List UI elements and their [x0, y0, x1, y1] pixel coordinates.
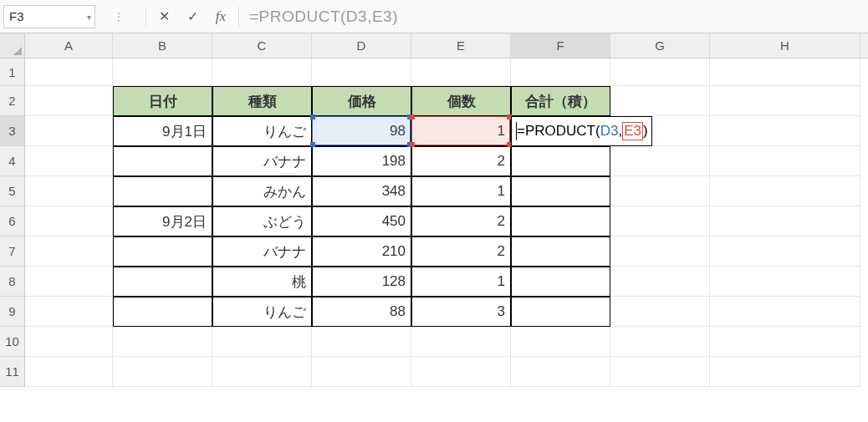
name-box[interactable]: F3 ▾	[3, 5, 95, 28]
cell-F11[interactable]	[511, 357, 610, 387]
cell-D5[interactable]: 348	[312, 176, 411, 206]
cell-F7[interactable]	[511, 236, 610, 267]
cell-D11[interactable]	[312, 357, 411, 387]
cell-G10[interactable]	[610, 327, 710, 357]
cell-B4[interactable]	[113, 146, 212, 176]
enter-button[interactable]: ✓	[178, 5, 207, 28]
cell-D9[interactable]: 88	[312, 297, 411, 327]
cell-H6[interactable]	[710, 206, 860, 236]
cell-H2[interactable]	[710, 86, 860, 116]
row-header-11[interactable]: 11	[0, 357, 24, 387]
cell-H7[interactable]	[710, 236, 860, 267]
cell-H8[interactable]	[710, 267, 860, 297]
cell-D4[interactable]: 198	[312, 146, 411, 176]
row-header-8[interactable]: 8	[0, 267, 24, 297]
cell-E2[interactable]: 個数	[411, 86, 511, 116]
row-header-6[interactable]: 6	[0, 206, 24, 236]
row-header-4[interactable]: 4	[0, 146, 24, 176]
cell-E11[interactable]	[411, 357, 511, 387]
cell-C3[interactable]: りんご	[212, 116, 312, 146]
cell-A11[interactable]	[25, 357, 113, 387]
cancel-button[interactable]: ✕	[150, 5, 178, 28]
cell-A8[interactable]	[25, 267, 113, 297]
cell-B6[interactable]: 9月2日	[113, 206, 212, 236]
name-box-dropdown-icon[interactable]: ▾	[87, 12, 91, 21]
cell-C10[interactable]	[212, 327, 312, 357]
cell-H1[interactable]	[710, 58, 860, 86]
formula-input[interactable]: =PRODUCT(D3,E3)	[243, 5, 865, 28]
row-header-9[interactable]: 9	[0, 297, 24, 327]
cell-C5[interactable]: みかん	[212, 176, 312, 206]
cell-D8[interactable]: 128	[312, 267, 411, 297]
insert-function-button[interactable]: fx	[207, 5, 235, 28]
cell-C7[interactable]: バナナ	[212, 236, 312, 267]
cell-G9[interactable]	[610, 297, 710, 327]
cell-G4[interactable]	[610, 146, 710, 176]
cell-D7[interactable]: 210	[312, 236, 411, 267]
cell-G5[interactable]	[610, 176, 710, 206]
row-header-2[interactable]: 2	[0, 86, 24, 116]
cell-B2[interactable]: 日付	[113, 86, 212, 116]
cell-D6[interactable]: 450	[312, 206, 411, 236]
cell-B10[interactable]	[113, 327, 212, 357]
column-header-H[interactable]: H	[710, 33, 860, 58]
cell-D2[interactable]: 価格	[312, 86, 411, 116]
cell-A6[interactable]	[25, 206, 113, 236]
cell-A7[interactable]	[25, 236, 113, 267]
cell-H10[interactable]	[710, 327, 860, 357]
cell-E6[interactable]: 2	[411, 206, 511, 236]
cell-B7[interactable]	[113, 236, 212, 267]
cell-A4[interactable]	[25, 146, 113, 176]
cell-E5[interactable]: 1	[411, 176, 511, 206]
row-header-10[interactable]: 10	[0, 327, 24, 357]
cell-A1[interactable]	[25, 58, 113, 86]
cell-B5[interactable]	[113, 176, 212, 206]
cell-H5[interactable]	[710, 176, 860, 206]
cell-G11[interactable]	[610, 357, 710, 387]
cell-F5[interactable]	[511, 176, 610, 206]
name-box-more-icon[interactable]: ⋮	[95, 11, 142, 23]
cell-H4[interactable]	[710, 146, 860, 176]
cell-H3[interactable]	[710, 116, 860, 146]
cell-E9[interactable]: 3	[411, 297, 511, 327]
cell-A10[interactable]	[25, 327, 113, 357]
cell-F1[interactable]	[511, 58, 610, 86]
cell-G1[interactable]	[610, 58, 710, 86]
cell-F4[interactable]	[511, 146, 610, 176]
cell-H11[interactable]	[710, 357, 860, 387]
cell-E8[interactable]: 1	[411, 267, 511, 297]
cell-B1[interactable]	[113, 58, 212, 86]
row-header-1[interactable]: 1	[0, 58, 24, 86]
column-header-B[interactable]: B	[113, 33, 212, 58]
cell-C6[interactable]: ぶどう	[212, 206, 312, 236]
select-all-corner[interactable]	[0, 33, 25, 58]
cell-H9[interactable]	[710, 297, 860, 327]
row-header-7[interactable]: 7	[0, 236, 24, 267]
row-header-5[interactable]: 5	[0, 176, 24, 206]
cell-G2[interactable]	[610, 86, 710, 116]
column-header-F[interactable]: F	[511, 33, 610, 58]
cell-A5[interactable]	[25, 176, 113, 206]
cell-B9[interactable]	[113, 297, 212, 327]
cell-C9[interactable]: りんご	[212, 297, 312, 327]
cell-A2[interactable]	[25, 86, 113, 116]
cell-B11[interactable]	[113, 357, 212, 387]
cell-C2[interactable]: 種類	[212, 86, 312, 116]
cell-G6[interactable]	[610, 206, 710, 236]
column-header-D[interactable]: D	[312, 33, 411, 58]
cell-F8[interactable]	[511, 267, 610, 297]
cell-A9[interactable]	[25, 297, 113, 327]
cell-B8[interactable]	[113, 267, 212, 297]
cell-C11[interactable]	[212, 357, 312, 387]
cell-F2[interactable]: 合計（積）	[511, 86, 610, 116]
cell-F9[interactable]	[511, 297, 610, 327]
cell-E3[interactable]: 1	[411, 116, 511, 146]
cell-E4[interactable]: 2	[411, 146, 511, 176]
cells-area[interactable]: 日付種類価格個数合計（積）9月1日りんご981バナナ1982みかん34819月2…	[25, 58, 868, 422]
column-header-A[interactable]: A	[25, 33, 113, 58]
cell-G7[interactable]	[610, 236, 710, 267]
cell-C8[interactable]: 桃	[212, 267, 312, 297]
cell-E10[interactable]	[411, 327, 511, 357]
column-header-E[interactable]: E	[411, 33, 511, 58]
cell-D1[interactable]	[312, 58, 411, 86]
